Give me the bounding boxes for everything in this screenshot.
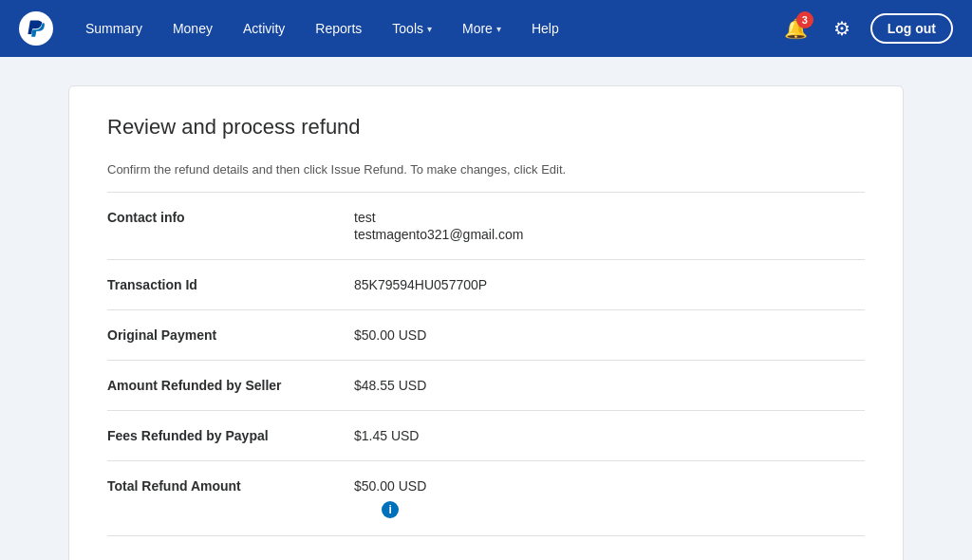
- tools-chevron-icon: ▾: [427, 24, 432, 34]
- amount-refunded-label: Amount Refunded by Seller: [107, 378, 354, 393]
- amount-refunded-row: Amount Refunded by Seller $48.55 USD: [107, 361, 865, 411]
- transaction-id-label: Transaction Id: [107, 277, 354, 292]
- transaction-id-text: 85K79594HU057700P: [354, 277, 487, 292]
- contact-info-row: Contact info test testmagento321@gmail.c…: [107, 193, 865, 260]
- notification-button[interactable]: 🔔 3: [779, 11, 813, 46]
- contact-name: test: [354, 210, 523, 225]
- nav-more[interactable]: More ▾: [449, 13, 514, 44]
- more-chevron-icon: ▾: [496, 24, 501, 34]
- nav-summary[interactable]: Summary: [72, 13, 156, 44]
- original-payment-label: Original Payment: [107, 327, 354, 343]
- transaction-id-value: 85K79594HU057700P: [354, 277, 487, 292]
- page-content: Review and process refund Confirm the re…: [30, 57, 942, 560]
- contact-info-value: test testmagento321@gmail.com: [354, 210, 523, 242]
- total-refund-label: Total Refund Amount: [107, 478, 354, 494]
- amount-refunded-value: $48.55 USD: [354, 378, 426, 393]
- original-payment-row: Original Payment $50.00 USD: [107, 310, 865, 361]
- logout-button[interactable]: Log out: [870, 13, 953, 44]
- total-refund-value: $50.00 USD i: [354, 478, 426, 518]
- nav-activity[interactable]: Activity: [230, 13, 298, 44]
- fees-refunded-text: $1.45 USD: [354, 428, 419, 443]
- nav-links: Summary Money Activity Reports Tools ▾ M…: [72, 13, 779, 44]
- notification-badge: 3: [796, 11, 813, 28]
- nav-tools[interactable]: Tools ▾: [379, 13, 445, 44]
- fees-refunded-label: Fees Refunded by Paypal: [107, 428, 354, 443]
- info-message: Confirm the refund details and then clic…: [107, 162, 865, 193]
- amount-refunded-text: $48.55 USD: [354, 378, 426, 393]
- navbar-actions: 🔔 3 ⚙ Log out: [779, 11, 953, 46]
- transaction-id-row: Transaction Id 85K79594HU057700P: [107, 260, 865, 310]
- original-payment-value: $50.00 USD: [354, 327, 426, 343]
- refund-card: Review and process refund Confirm the re…: [68, 85, 904, 560]
- nav-reports[interactable]: Reports: [302, 13, 375, 44]
- paypal-logo: [19, 11, 53, 46]
- fees-refunded-row: Fees Refunded by Paypal $1.45 USD: [107, 411, 865, 461]
- total-refund-row: Total Refund Amount $50.00 USD i: [107, 461, 865, 536]
- nav-money[interactable]: Money: [159, 13, 226, 44]
- contact-info-label: Contact info: [107, 210, 354, 225]
- page-title: Review and process refund: [107, 115, 865, 140]
- gear-icon: ⚙: [833, 17, 850, 40]
- fees-refunded-value: $1.45 USD: [354, 428, 419, 443]
- total-refund-text: $50.00 USD: [354, 478, 426, 494]
- info-icon[interactable]: i: [382, 501, 399, 518]
- contact-email: testmagento321@gmail.com: [354, 227, 523, 242]
- nav-help[interactable]: Help: [518, 13, 572, 44]
- original-payment-text: $50.00 USD: [354, 327, 426, 343]
- settings-button[interactable]: ⚙: [825, 11, 859, 46]
- navbar: Summary Money Activity Reports Tools ▾ M…: [0, 0, 972, 57]
